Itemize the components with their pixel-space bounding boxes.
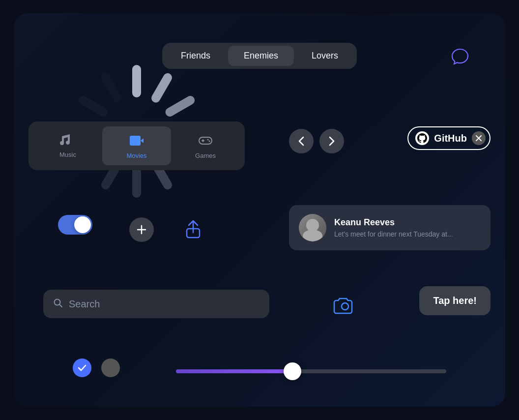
toggle-knob [74,216,91,233]
tab-enemies[interactable]: Enemies [228,46,294,66]
slider-track[interactable] [176,369,446,373]
svg-line-11 [106,78,117,98]
svg-point-18 [209,141,210,142]
slider-thumb[interactable] [284,362,301,380]
media-tab-movies[interactable]: Movies [102,126,171,165]
slider-fill [176,369,292,373]
toggle-switch[interactable] [58,215,92,235]
chat-icon[interactable] [449,45,471,69]
checkbox-unchecked[interactable] [101,359,120,377]
message-sender-name: Keanu Reeves [334,217,453,228]
message-info: Keanu Reeves Let's meet for dinner next … [334,217,453,238]
media-tab-movies-label: Movies [126,152,146,159]
media-tab-music-label: Music [59,151,76,158]
media-tab-games-label: Games [195,152,216,159]
main-container: Friends Enemies Lovers Music Movies [14,13,505,407]
github-chip-label: GitHub [434,133,467,144]
tab-bar: Friends Enemies Lovers [162,43,357,69]
search-icon [53,298,63,310]
tab-friends[interactable]: Friends [165,46,226,66]
checkbox-group [73,359,120,377]
media-tab-games[interactable]: Games [171,126,240,165]
svg-marker-13 [141,138,144,143]
tab-lovers[interactable]: Lovers [296,46,354,66]
media-tabs: Music Movies Games [29,121,245,170]
message-preview-text: Let's meet for dinner next Tuesday at... [334,230,453,238]
svg-line-10 [83,100,104,112]
svg-point-17 [207,139,209,141]
add-button[interactable] [129,217,154,242]
github-chip[interactable]: GitHub [407,126,490,150]
svg-line-2 [170,100,191,112]
checkbox-checked[interactable] [73,359,91,377]
share-button[interactable] [181,217,205,242]
search-bar[interactable]: Search [43,290,269,318]
nav-forward-button[interactable] [319,129,344,153]
message-card[interactable]: Keanu Reeves Let's meet for dinner next … [289,205,490,250]
svg-point-21 [342,303,348,310]
media-tab-music[interactable]: Music [33,126,102,165]
camera-button[interactable] [333,295,357,316]
github-close-button[interactable] [472,131,486,145]
svg-rect-12 [130,136,141,146]
tap-here-button[interactable]: Tap here! [419,286,490,315]
avatar [299,214,326,241]
search-placeholder-text: Search [69,299,100,310]
nav-back-button[interactable] [289,129,314,153]
nav-arrows [289,129,344,153]
github-logo-icon [415,131,429,145]
svg-line-1 [156,78,168,98]
